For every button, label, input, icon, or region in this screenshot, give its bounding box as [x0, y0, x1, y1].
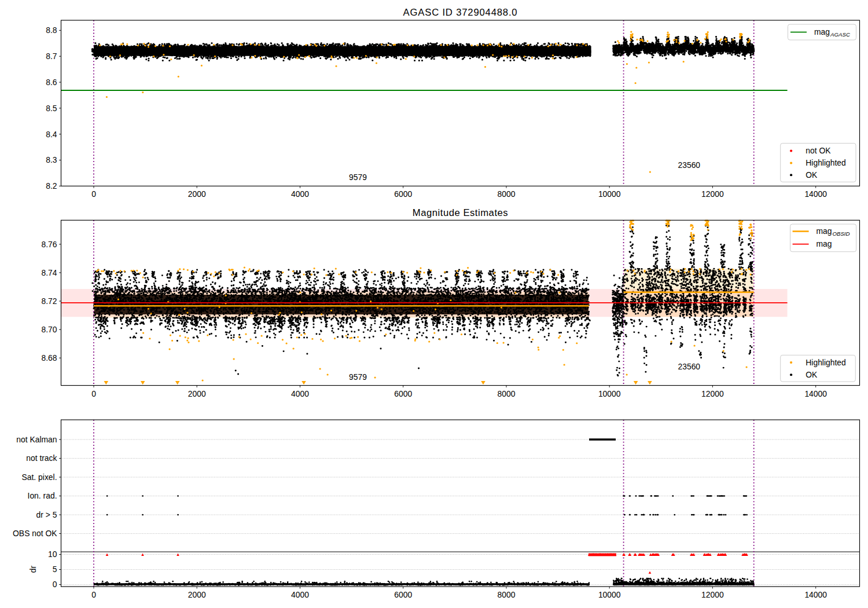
svg-text:10000: 10000 [598, 189, 621, 199]
svg-text:9579: 9579 [349, 173, 367, 182]
svg-text:8.3: 8.3 [46, 155, 57, 164]
svg-text:OBS not OK: OBS not OK [13, 529, 57, 538]
svg-text:0: 0 [53, 580, 57, 589]
svg-text:23560: 23560 [678, 160, 700, 170]
svg-text:10000: 10000 [598, 389, 621, 398]
svg-text:dr: dr [28, 565, 38, 573]
svg-text:6000: 6000 [394, 590, 412, 599]
svg-text:OK: OK [806, 170, 818, 180]
svg-text:10000: 10000 [598, 590, 621, 599]
svg-text:8.8: 8.8 [46, 25, 57, 35]
svg-text:6000: 6000 [394, 189, 412, 199]
svg-text:0: 0 [91, 189, 96, 199]
svg-text:8.76: 8.76 [41, 240, 57, 249]
svg-text:0: 0 [91, 389, 96, 398]
svg-text:AGASC: AGASC [830, 31, 851, 38]
svg-text:8.5: 8.5 [46, 104, 57, 113]
svg-text:8000: 8000 [498, 590, 516, 599]
svg-text:mag: mag [816, 239, 832, 248]
svg-text:2000: 2000 [188, 389, 206, 398]
svg-text:8.6: 8.6 [46, 78, 57, 87]
svg-text:Highlighted: Highlighted [806, 358, 846, 367]
svg-text:12000: 12000 [701, 590, 724, 599]
svg-text:5: 5 [53, 565, 57, 574]
svg-text:4000: 4000 [291, 189, 309, 199]
svg-text:8.4: 8.4 [46, 130, 57, 139]
svg-text:dr > 5: dr > 5 [36, 510, 57, 519]
svg-text:8.72: 8.72 [41, 296, 57, 306]
svg-text:2000: 2000 [188, 189, 206, 199]
svg-text:OBSID: OBSID [832, 230, 849, 237]
svg-text:8.7: 8.7 [46, 52, 57, 61]
svg-text:9579: 9579 [349, 372, 367, 382]
svg-text:not Kalman: not Kalman [16, 435, 57, 444]
svg-text:Magnitude Estimates: Magnitude Estimates [413, 207, 508, 218]
svg-text:12000: 12000 [701, 189, 724, 199]
svg-text:AGASC ID 372904488.0: AGASC ID 372904488.0 [403, 7, 518, 18]
svg-text:mag: mag [816, 226, 832, 236]
svg-text:Ion. rad.: Ion. rad. [28, 491, 57, 500]
svg-text:2000: 2000 [188, 590, 206, 599]
svg-text:12000: 12000 [701, 389, 724, 398]
svg-text:14000: 14000 [804, 189, 827, 199]
svg-text:8.2: 8.2 [46, 181, 57, 191]
svg-text:not OK: not OK [806, 146, 831, 155]
svg-text:OK: OK [806, 370, 818, 379]
svg-text:14000: 14000 [804, 389, 827, 398]
svg-text:mag: mag [814, 27, 830, 36]
svg-text:8000: 8000 [498, 389, 516, 398]
svg-text:6000: 6000 [394, 389, 412, 398]
svg-text:8.74: 8.74 [41, 268, 57, 277]
svg-text:Sat. pixel.: Sat. pixel. [22, 473, 57, 482]
svg-text:14000: 14000 [804, 590, 827, 599]
svg-text:4000: 4000 [291, 590, 309, 599]
svg-text:23560: 23560 [678, 362, 700, 371]
svg-text:8.68: 8.68 [41, 353, 57, 362]
svg-text:Highlighted: Highlighted [806, 158, 846, 167]
svg-text:10: 10 [48, 550, 57, 559]
svg-text:not track: not track [26, 453, 57, 463]
svg-text:8000: 8000 [498, 189, 516, 199]
svg-text:0: 0 [91, 590, 96, 599]
svg-text:4000: 4000 [291, 389, 309, 398]
svg-text:8.70: 8.70 [41, 325, 57, 334]
